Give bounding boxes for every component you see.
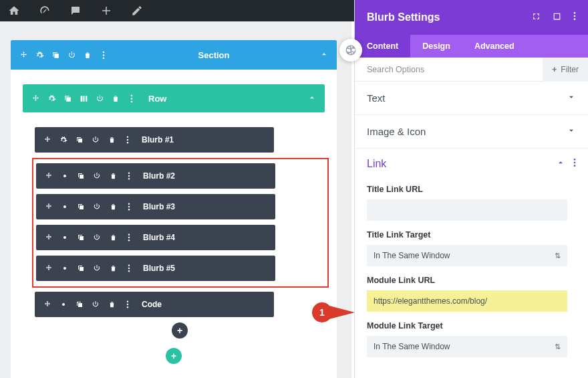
duplicate-icon[interactable] xyxy=(75,300,84,309)
svg-point-25 xyxy=(574,15,576,17)
power-icon[interactable] xyxy=(92,233,102,242)
dots-icon[interactable] xyxy=(127,94,136,103)
gear-icon[interactable] xyxy=(60,233,69,242)
add-row-button[interactable]: + xyxy=(166,348,182,364)
svg-point-8 xyxy=(127,142,128,143)
dots-icon[interactable] xyxy=(124,264,134,273)
trash-icon[interactable] xyxy=(108,233,118,242)
module-label: Blurb #5 xyxy=(143,264,267,273)
module-blurb-5[interactable]: Blurb #5 xyxy=(36,256,275,281)
dots-icon[interactable] xyxy=(99,50,108,60)
module-blurb-1[interactable]: Blurb #1 xyxy=(35,127,274,153)
svg-point-19 xyxy=(128,268,130,269)
tab-design[interactable]: Design xyxy=(410,35,462,58)
accordion-image-icon[interactable]: Image & Icon xyxy=(355,115,588,149)
gear-icon[interactable] xyxy=(60,171,69,181)
move-icon[interactable] xyxy=(44,171,53,181)
dots-icon[interactable] xyxy=(123,135,132,145)
module-link-url-input[interactable] xyxy=(367,290,567,312)
svg-point-15 xyxy=(128,234,130,235)
comment-icon[interactable] xyxy=(63,0,88,21)
pencil-icon[interactable] xyxy=(124,0,150,21)
svg-point-17 xyxy=(128,240,130,241)
move-icon[interactable] xyxy=(43,135,52,145)
dots-icon[interactable] xyxy=(124,202,134,211)
module-label: Code xyxy=(142,300,266,309)
snap-icon[interactable] xyxy=(532,11,541,23)
svg-point-24 xyxy=(574,12,576,14)
filter-button[interactable]: + Filter xyxy=(543,58,588,82)
wireframe-pane: Section Row xyxy=(0,21,351,378)
power-icon[interactable] xyxy=(92,171,102,181)
power-icon[interactable] xyxy=(91,300,100,309)
trash-icon[interactable] xyxy=(107,135,116,145)
module-blurb-3[interactable]: Blurb #3 xyxy=(36,194,275,219)
home-icon[interactable] xyxy=(1,0,27,21)
chevron-up-icon[interactable] xyxy=(307,93,317,104)
trash-icon[interactable] xyxy=(108,171,118,181)
link-header[interactable]: Link xyxy=(367,158,576,175)
trash-icon[interactable] xyxy=(83,50,92,60)
tab-content[interactable]: Content xyxy=(355,35,410,58)
svg-point-28 xyxy=(574,162,576,164)
section-bar[interactable]: Section xyxy=(11,40,337,70)
power-icon[interactable] xyxy=(67,50,76,60)
updown-icon: ⇅ xyxy=(555,343,561,351)
duplicate-icon[interactable] xyxy=(75,135,84,145)
move-icon[interactable] xyxy=(44,264,53,273)
accordion-text[interactable]: Text xyxy=(355,82,588,115)
gear-icon[interactable] xyxy=(60,264,69,273)
dots-icon[interactable] xyxy=(123,300,132,309)
trash-icon[interactable] xyxy=(107,300,116,309)
search-row: Search Options + Filter xyxy=(355,58,588,82)
gear-icon[interactable] xyxy=(59,300,68,309)
svg-point-5 xyxy=(131,100,133,102)
power-icon[interactable] xyxy=(92,264,102,273)
gear-icon[interactable] xyxy=(60,202,69,211)
module-code[interactable]: Code xyxy=(35,292,274,317)
expand-icon[interactable] xyxy=(553,11,561,23)
title-link-url-input[interactable] xyxy=(367,199,567,221)
power-icon[interactable] xyxy=(92,202,102,211)
dots-icon[interactable] xyxy=(124,233,134,242)
globe-button[interactable] xyxy=(339,39,362,62)
field-module-link-url: Module Link URL xyxy=(367,276,576,312)
add-module-button[interactable]: + xyxy=(172,322,188,339)
tab-advanced[interactable]: Advanced xyxy=(462,35,527,58)
gear-icon[interactable] xyxy=(35,50,44,60)
plus-icon[interactable] xyxy=(94,0,119,21)
power-icon[interactable] xyxy=(91,135,100,145)
duplicate-icon[interactable] xyxy=(76,171,86,181)
dots-icon[interactable] xyxy=(573,11,576,23)
duplicate-icon[interactable] xyxy=(76,233,86,242)
chevron-up-icon[interactable] xyxy=(319,50,329,61)
move-icon[interactable] xyxy=(44,233,53,242)
dots-icon[interactable] xyxy=(573,158,576,170)
duplicate-icon[interactable] xyxy=(63,94,72,103)
gear-icon[interactable] xyxy=(59,135,68,145)
module-link-target-select[interactable]: In The Same Window ⇅ xyxy=(367,336,567,357)
module-label: Blurb #4 xyxy=(143,233,267,242)
title-link-target-select[interactable]: In The Same Window ⇅ xyxy=(367,245,567,266)
power-icon[interactable] xyxy=(95,94,104,103)
field-title-link-url: Title Link URL xyxy=(367,185,576,221)
duplicate-icon[interactable] xyxy=(76,264,86,273)
search-input[interactable]: Search Options xyxy=(367,65,543,74)
move-icon[interactable] xyxy=(19,50,28,60)
duplicate-icon[interactable] xyxy=(76,202,86,211)
trash-icon[interactable] xyxy=(111,94,120,103)
move-icon[interactable] xyxy=(44,202,53,211)
row-bar[interactable]: Row xyxy=(23,84,325,112)
module-blurb-4[interactable]: Blurb #4 xyxy=(36,225,275,250)
move-icon[interactable] xyxy=(31,94,40,103)
module-blurb-2[interactable]: Blurb #2 xyxy=(36,163,275,189)
duplicate-icon[interactable] xyxy=(51,50,60,60)
move-icon[interactable] xyxy=(43,300,52,309)
trash-icon[interactable] xyxy=(108,202,118,211)
dots-icon[interactable] xyxy=(124,171,134,181)
columns-icon[interactable] xyxy=(79,94,88,103)
trash-icon[interactable] xyxy=(108,264,118,273)
gear-icon[interactable] xyxy=(47,94,56,103)
section-label: Section xyxy=(108,50,319,60)
dashboard-icon[interactable] xyxy=(32,0,57,21)
